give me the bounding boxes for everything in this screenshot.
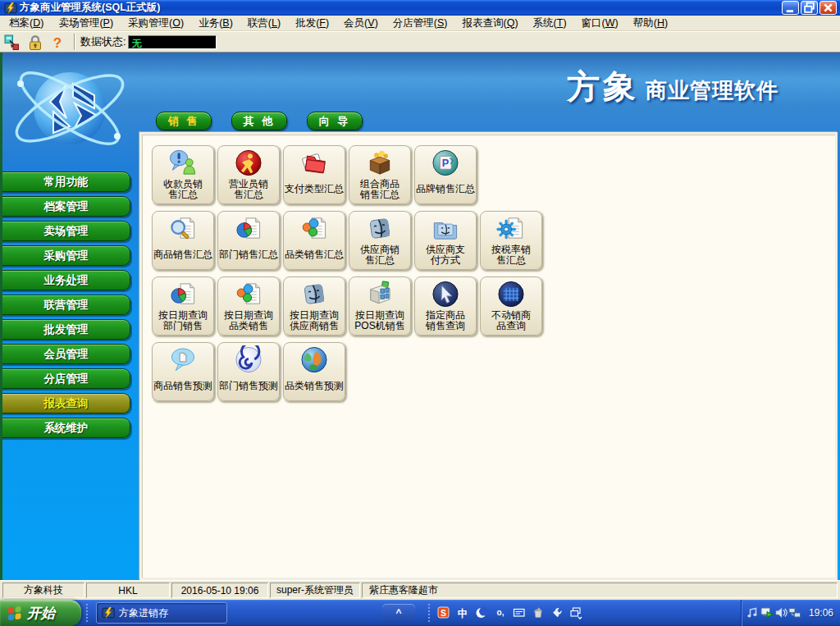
report-button[interactable]: 按日期查询 部门销售 <box>152 276 214 336</box>
report-button[interactable]: 组合商品 销售汇总 <box>349 145 411 204</box>
report-button[interactable]: 按日期查询 品类销售 <box>217 276 280 336</box>
svg-text:?: ? <box>53 35 62 51</box>
menu-item[interactable]: 卖场管理(P) <box>51 16 121 31</box>
report-button[interactable]: 营业员销 售汇总 <box>217 145 280 204</box>
brand-banner: 方象 商业管理软件 <box>567 64 778 109</box>
sidebar-item[interactable]: 业务处理 <box>0 270 130 290</box>
gift-box-icon <box>365 149 395 177</box>
app-lightning-icon <box>4 2 17 15</box>
report-button-label: 指定商品 销售查询 <box>426 308 465 333</box>
sidebar-item[interactable]: 联营管理 <box>0 295 130 315</box>
system-tray: 19:06 <box>741 600 840 626</box>
report-button[interactable]: 商品销售汇总 <box>152 211 214 270</box>
sidebar-item[interactable]: 分店管理 <box>0 368 130 389</box>
menu-item[interactable]: 会员(V) <box>336 16 386 31</box>
lock-icon[interactable] <box>25 33 44 51</box>
report-button-label: 部门销售预测 <box>219 374 278 399</box>
start-label: 开始 <box>27 604 55 623</box>
svg-text:P: P <box>442 158 449 169</box>
report-button[interactable]: 部门销售预测 <box>217 342 280 401</box>
sidebar-item[interactable]: 会员管理 <box>0 344 130 364</box>
tab-item[interactable]: 向 导 <box>307 112 363 130</box>
chinese-input-icon[interactable]: 中 <box>456 606 470 620</box>
cursor-globe-icon <box>431 280 460 308</box>
exit-icon[interactable] <box>2 33 21 51</box>
data-status-label: 数据状态: <box>80 34 126 49</box>
toolbar-separator <box>74 34 75 50</box>
close-button[interactable] <box>819 1 837 15</box>
monitor-play-icon[interactable] <box>760 606 774 620</box>
start-button[interactable]: 开始 <box>0 600 81 626</box>
report-button[interactable]: 部门销售汇总 <box>217 211 280 270</box>
brand-suffix: 商业管理软件 <box>646 76 778 105</box>
ime-softkeyboard-icon[interactable]: o, <box>494 606 508 620</box>
report-button[interactable]: 供应商销 售汇总 <box>349 211 411 270</box>
report-button-label: 品类销售预测 <box>285 374 344 399</box>
menu-item[interactable]: 窗口(W) <box>574 16 626 31</box>
report-button-label: 按日期查询 部门销售 <box>158 308 208 333</box>
brand-name: 方象 <box>567 64 639 109</box>
report-button[interactable]: 指定商品 销售查询 <box>414 276 477 336</box>
report-button[interactable]: 按税率销 售汇总 <box>480 211 542 270</box>
tab-active[interactable]: 销 售 <box>156 112 212 130</box>
sidebar-item[interactable]: 常用功能 <box>0 171 130 192</box>
media-notes-icon[interactable] <box>746 606 760 620</box>
taskbar-task-button[interactable]: 方象进销存 <box>96 602 227 624</box>
report-button-label: 品牌销售汇总 <box>416 177 475 202</box>
report-button-label: 部门销售汇总 <box>219 243 278 267</box>
report-button[interactable]: 品类销售汇总 <box>283 211 345 270</box>
help-icon[interactable]: ? <box>48 33 67 51</box>
menu-item[interactable]: 批发(F) <box>288 16 336 31</box>
menu-item[interactable]: 分店管理(S) <box>386 16 455 31</box>
window-title: 方象商业管理系统(SQL正式版) <box>20 1 782 15</box>
report-button-label: 商品销售汇总 <box>153 243 212 267</box>
ime-toolbox-icon[interactable] <box>532 606 546 620</box>
sogou-icon[interactable]: S <box>437 606 451 620</box>
menu-item[interactable]: 帮助(H) <box>626 16 675 31</box>
show-hidden-icons-button[interactable]: ^ <box>382 604 415 622</box>
sidebar-item[interactable]: 档案管理 <box>0 196 130 217</box>
network-icon[interactable] <box>788 606 802 620</box>
sidebar-item[interactable]: 系统维护 <box>0 418 130 438</box>
volume-icon[interactable] <box>774 606 788 620</box>
report-button-label: 支付类型汇总 <box>285 177 344 202</box>
report-button[interactable]: 支付类型汇总 <box>283 145 345 204</box>
sidebar-item[interactable]: 批发管理 <box>0 319 130 340</box>
report-button[interactable]: 供应商支 付方式 <box>414 211 477 270</box>
menu-item[interactable]: 报表查询(Q) <box>454 16 525 31</box>
menu-item[interactable]: 档案(D) <box>2 16 51 31</box>
tab-item[interactable]: 其 他 <box>231 112 287 130</box>
report-button[interactable]: 品类销售预测 <box>283 342 345 401</box>
minimize-button[interactable] <box>782 1 799 15</box>
sidebar-item[interactable]: 报表查询 <box>0 393 130 414</box>
report-button[interactable]: 收款员销 售汇总 <box>152 145 214 204</box>
task-lightning-icon <box>102 606 115 619</box>
sidebar-item[interactable]: 卖场管理 <box>0 221 130 241</box>
report-button-label: 按日期查询 供应商销售 <box>290 308 339 333</box>
menu-item[interactable]: 联营(L) <box>240 16 288 31</box>
ime-moon-icon[interactable] <box>475 606 489 620</box>
spiral-icon <box>234 345 263 374</box>
restore-button[interactable] <box>801 1 818 15</box>
report-button[interactable]: 不动销商 品查询 <box>480 276 542 336</box>
report-button[interactable]: 按日期查询 POS机销售 <box>349 276 411 336</box>
report-button[interactable]: 商品销售预测 <box>152 342 214 401</box>
report-button-label: 收款员销 售汇总 <box>163 177 203 202</box>
menu-item[interactable]: 系统(T) <box>526 16 574 31</box>
report-button[interactable]: 按日期查询 供应商销售 <box>283 276 345 336</box>
cubes-doc-icon <box>299 214 329 243</box>
report-button[interactable]: P品牌销售汇总 <box>414 145 477 204</box>
statusbar-cell: HKL <box>86 583 170 598</box>
wrench-icon[interactable] <box>550 606 564 620</box>
sidebar-item[interactable]: 采购管理 <box>0 245 130 266</box>
menu-item[interactable]: 采购管理(O) <box>121 16 191 31</box>
tray-clock: 19:06 <box>809 607 833 619</box>
report-button-label: 商品销售预测 <box>153 374 212 399</box>
pie-doc-icon <box>168 280 198 308</box>
report-button-label: 不动销商 品查询 <box>491 308 531 333</box>
language-bar-icon[interactable] <box>513 606 527 620</box>
pos-box-icon <box>365 280 395 308</box>
bubble-doc-icon <box>168 345 198 374</box>
restore-panel-icon[interactable] <box>569 606 583 620</box>
menu-item[interactable]: 业务(B) <box>191 16 240 31</box>
